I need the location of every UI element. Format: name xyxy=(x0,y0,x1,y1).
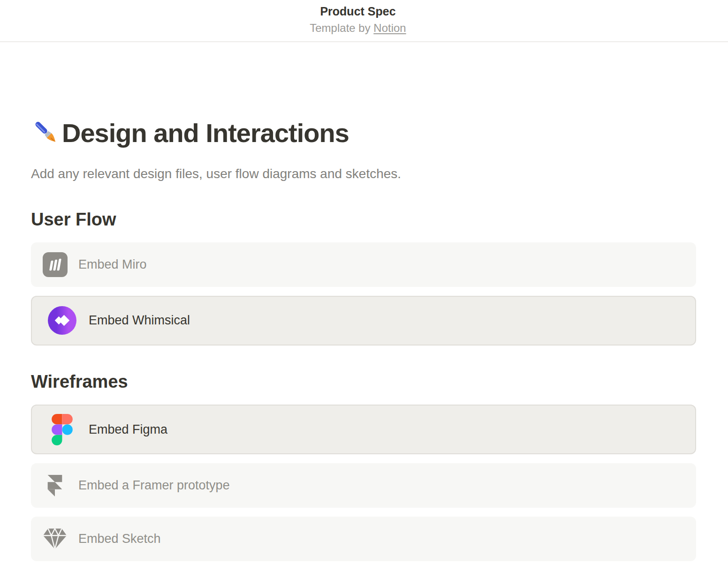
embed-figma-placeholder[interactable]: Embed Figma xyxy=(31,405,696,454)
byline-prefix: Template by xyxy=(310,22,373,34)
embed-label: Embed a Framer prototype xyxy=(78,478,230,493)
template-byline: Template by Notion xyxy=(0,22,722,35)
notion-link[interactable]: Notion xyxy=(373,22,406,34)
embed-label: Embed Miro xyxy=(78,257,147,272)
section-heading-wireframes: Wireframes xyxy=(31,371,696,393)
embed-label: Embed Whimsical xyxy=(89,313,190,328)
document-title: Product Spec xyxy=(0,4,722,18)
embed-framer-placeholder[interactable]: Embed a Framer prototype xyxy=(31,463,696,508)
embed-label: Embed Sketch xyxy=(78,532,161,546)
page-title-row: Design and Interactions xyxy=(31,117,696,149)
section-heading-user-flow: User Flow xyxy=(31,209,696,231)
sketch-icon xyxy=(42,526,68,551)
page-content: Design and Interactions Add any relevant… xyxy=(31,117,696,562)
framer-icon xyxy=(42,475,68,496)
miro-icon xyxy=(42,252,68,277)
paintbrush-icon xyxy=(31,118,61,148)
whimsical-icon xyxy=(47,306,76,335)
embed-whimsical-placeholder[interactable]: Embed Whimsical xyxy=(31,296,696,346)
page-header: Product Spec Template by Notion xyxy=(0,0,728,42)
embed-sketch-placeholder[interactable]: Embed Sketch xyxy=(31,517,696,561)
page-description: Add any relevant design files, user flow… xyxy=(31,165,696,183)
page-title: Design and Interactions xyxy=(62,117,349,149)
embed-miro-placeholder[interactable]: Embed Miro xyxy=(31,242,696,287)
embed-label: Embed Figma xyxy=(89,422,167,437)
header-divider xyxy=(0,41,728,42)
figma-icon xyxy=(47,414,76,445)
